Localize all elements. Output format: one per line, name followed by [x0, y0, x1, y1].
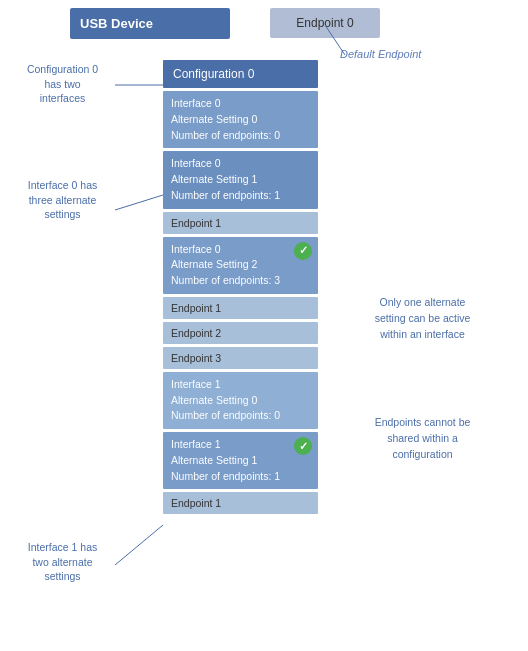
default-endpoint-label: Default Endpoint	[340, 48, 421, 60]
interface-block-0-2: Interface 0 Alternate Setting 2 Number o…	[163, 237, 318, 294]
annotation-iface1-settings: Interface 1 has two alternate settings	[5, 540, 120, 584]
interface-block-1-0: Interface 1 Alternate Setting 0 Number o…	[163, 372, 318, 429]
endpoint-item-0-2-3: Endpoint 3	[163, 347, 318, 369]
endpoint-item-1-1-1: Endpoint 1	[163, 492, 318, 514]
iface1-name-0: Interface 1	[171, 377, 310, 393]
iface1-numep-1: Number of endpoints: 1	[171, 469, 310, 485]
svg-line-2	[115, 525, 163, 565]
interface-block-1-1: Interface 1 Alternate Setting 1 Number o…	[163, 432, 318, 489]
iface-numep-0-1: Number of endpoints: 1	[171, 188, 310, 204]
iface-numep-0-2: Number of endpoints: 3	[171, 273, 310, 289]
interface-block-0-0: Interface 0 Alternate Setting 0 Number o…	[163, 91, 318, 148]
annotation-endpoints-shared: Endpoints cannot be shared within a conf…	[335, 415, 510, 462]
iface-altsetting-0-0: Alternate Setting 0	[171, 112, 310, 128]
iface1-numep-0: Number of endpoints: 0	[171, 408, 310, 424]
svg-line-1	[115, 195, 163, 210]
main-column: Configuration 0 Interface 0 Alternate Se…	[163, 60, 318, 517]
annotation-only-one-alt: Only one alternate setting can be active…	[335, 295, 510, 342]
configuration-header: Configuration 0	[163, 60, 318, 88]
active-checkmark-1-1: ✓	[294, 437, 312, 455]
endpoint-item-0-1-1: Endpoint 1	[163, 212, 318, 234]
annotation-config0: Configuration 0 has two interfaces	[10, 62, 115, 106]
endpoint-item-0-2-1: Endpoint 1	[163, 297, 318, 319]
interface-block-0-1: Interface 0 Alternate Setting 1 Number o…	[163, 151, 318, 208]
iface-name-0-1: Interface 0	[171, 156, 310, 172]
iface-name-0-0: Interface 0	[171, 96, 310, 112]
annotation-iface0-settings: Interface 0 has three alternate settings	[5, 178, 120, 222]
endpoint0-box: Endpoint 0	[270, 8, 380, 38]
iface-altsetting-0-1: Alternate Setting 1	[171, 172, 310, 188]
iface-name-0-2: Interface 0	[171, 242, 310, 258]
iface1-altsetting-0: Alternate Setting 0	[171, 393, 310, 409]
usb-device-label: USB Device	[80, 16, 153, 31]
configuration-label: Configuration 0	[173, 67, 254, 81]
iface-numep-0-0: Number of endpoints: 0	[171, 128, 310, 144]
active-checkmark-0-2: ✓	[294, 242, 312, 260]
iface-altsetting-0-2: Alternate Setting 2	[171, 257, 310, 273]
usb-device-box: USB Device	[70, 8, 230, 39]
endpoint0-label: Endpoint 0	[296, 16, 353, 30]
endpoint-item-0-2-2: Endpoint 2	[163, 322, 318, 344]
iface1-name-1: Interface 1	[171, 437, 310, 453]
iface1-altsetting-1: Alternate Setting 1	[171, 453, 310, 469]
